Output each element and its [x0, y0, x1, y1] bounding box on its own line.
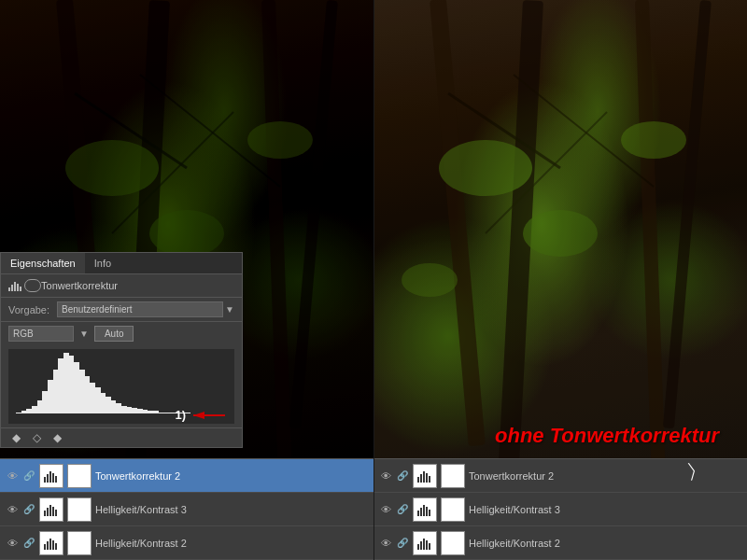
layer-mask-thumbnail [67, 497, 92, 522]
svg-rect-44 [417, 511, 419, 516]
preset-row: Vorgabe: Benutzerdefiniert ▼ [1, 298, 242, 322]
svg-point-5 [149, 210, 224, 257]
layer-name-label: Tonwertkorrektur 2 [95, 470, 368, 482]
histogram-area: 1) [8, 349, 234, 424]
right-section: ohne Tonwertkorrektur 〉 👁🔗Tonwertkorrekt… [374, 0, 747, 560]
tab-info[interactable]: Info [85, 253, 120, 273]
properties-panel: Eigenschaften Info Tonwertkorrektur Vorg [0, 252, 243, 448]
svg-point-35 [402, 263, 458, 297]
svg-rect-48 [429, 510, 430, 516]
layer-mask-thumbnail [441, 497, 465, 522]
svg-rect-14 [47, 474, 49, 483]
layer-visibility-icon[interactable]: 👁 [379, 503, 392, 516]
red-arrow [190, 409, 227, 422]
layer-row[interactable]: 👁🔗Helligkeit/Kontrast 2 [374, 526, 747, 560]
left-section: Eigenschaften Info Tonwertkorrektur Vorg [0, 0, 374, 560]
layer-link-icon: 🔗 [396, 469, 409, 483]
svg-rect-23 [44, 544, 46, 550]
layer-thumbnail [413, 531, 437, 555]
layer-visibility-icon[interactable]: 👁 [379, 537, 392, 550]
svg-rect-28 [430, 0, 486, 446]
svg-rect-16 [52, 473, 54, 483]
main-container: Eigenschaften Info Tonwertkorrektur Vorg [0, 0, 747, 560]
svg-rect-46 [423, 505, 425, 516]
svg-rect-17 [55, 476, 57, 483]
svg-rect-21 [52, 507, 54, 516]
svg-rect-18 [44, 511, 46, 516]
svg-rect-22 [55, 510, 57, 516]
layer-name-label: Helligkeit/Kontrast 2 [469, 538, 741, 549]
svg-rect-31 [663, 0, 712, 428]
svg-rect-47 [426, 507, 428, 516]
layer-mask-thumbnail [441, 464, 465, 488]
svg-rect-45 [420, 508, 422, 516]
layer-mask-thumbnail [67, 531, 92, 555]
svg-point-4 [65, 140, 159, 196]
layer-link-icon: 🔗 [22, 469, 35, 483]
layer-mask-thumbnail [441, 531, 465, 555]
layer-visibility-icon[interactable]: 👁 [6, 469, 19, 483]
layer-thumbnail [39, 531, 63, 555]
svg-point-6 [247, 121, 313, 159]
histogram-bars [16, 353, 227, 413]
panel-header: Tonwertkorrektur [1, 274, 242, 298]
svg-rect-41 [423, 471, 425, 483]
visibility-toggle[interactable] [24, 279, 41, 292]
svg-rect-40 [420, 474, 422, 483]
eyedropper-gray-icon[interactable]: ◇ [29, 430, 44, 445]
layer-link-icon: 🔗 [396, 503, 409, 516]
layer-thumbnail [39, 464, 63, 488]
svg-rect-3 [289, 0, 338, 428]
layer-name-label: Helligkeit/Kontrast 2 [95, 538, 368, 549]
layer-visibility-icon[interactable]: 👁 [379, 469, 392, 483]
layer-name-label: Helligkeit/Kontrast 3 [95, 504, 368, 515]
svg-rect-42 [426, 473, 428, 483]
svg-rect-53 [429, 543, 430, 550]
svg-point-33 [523, 210, 598, 257]
layer-visibility-icon[interactable]: 👁 [6, 503, 19, 516]
svg-rect-25 [49, 539, 51, 550]
layer-row[interactable]: 👁🔗Helligkeit/Kontrast 3 [0, 493, 374, 526]
annotation-label: 1) [175, 408, 186, 422]
svg-rect-43 [429, 476, 430, 483]
layer-name-label: Helligkeit/Kontrast 3 [469, 504, 741, 515]
preset-label: Vorgabe: [8, 304, 49, 315]
svg-rect-26 [52, 540, 54, 550]
svg-rect-13 [44, 477, 46, 483]
svg-rect-49 [417, 544, 419, 550]
svg-rect-30 [635, 0, 665, 467]
layers-bottom-left: 👁🔗Tonwertkorrektur 2👁🔗Helligkeit/Kontras… [0, 458, 374, 560]
svg-rect-52 [426, 540, 428, 550]
svg-rect-51 [423, 539, 425, 550]
layer-link-icon: 🔗 [22, 503, 35, 516]
layer-row[interactable]: 👁🔗Helligkeit/Kontrast 3 [374, 493, 747, 526]
layer-visibility-icon[interactable]: 👁 [6, 537, 19, 550]
channel-select[interactable]: RGB [8, 326, 74, 342]
layer-link-icon: 🔗 [396, 537, 409, 550]
layer-thumbnail [413, 464, 437, 488]
levels-icon [8, 280, 21, 291]
panel-title: Tonwertkorrektur [41, 280, 234, 291]
eyedropper-white-icon[interactable]: ◆ [49, 430, 64, 445]
svg-rect-27 [55, 543, 57, 550]
auto-button[interactable]: Auto [94, 326, 134, 342]
layer-row[interactable]: 👁🔗Helligkeit/Kontrast 2 [0, 526, 374, 560]
eyedropper-black-icon[interactable]: ◆ [8, 430, 23, 445]
layer-mask-thumbnail [67, 464, 92, 488]
layer-name-label: Tonwertkorrektur 2 [469, 470, 741, 482]
layer-row[interactable]: 👁🔗Tonwertkorrektur 2 [0, 459, 374, 493]
svg-rect-2 [261, 0, 291, 467]
svg-point-34 [621, 121, 686, 159]
channel-row: RGB ▼ Auto [1, 322, 242, 345]
svg-rect-39 [417, 477, 419, 483]
layer-thumbnail [39, 497, 63, 522]
svg-rect-20 [49, 505, 51, 516]
svg-rect-50 [420, 541, 422, 550]
preset-select[interactable]: Benutzerdefiniert [57, 301, 223, 317]
layer-thumbnail [413, 497, 437, 522]
tab-eigenschaften[interactable]: Eigenschaften [1, 253, 85, 273]
svg-rect-24 [47, 541, 49, 550]
overlay-text: ohne Tonwertkorrektur [495, 424, 719, 448]
svg-rect-19 [47, 508, 49, 516]
panel-divider [374, 0, 374, 560]
